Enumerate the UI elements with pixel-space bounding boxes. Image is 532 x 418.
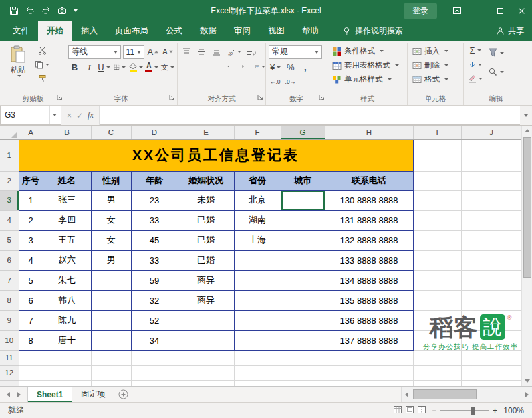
cell-D9[interactable]: 52: [131, 310, 178, 330]
increase-indent-icon[interactable]: [239, 60, 252, 73]
cell-F11[interactable]: [234, 350, 281, 365]
number-format-combo[interactable]: 常规: [269, 45, 322, 59]
copy-icon[interactable]: [33, 58, 51, 71]
cell-A10[interactable]: 8: [19, 330, 43, 350]
cell-A11[interactable]: [19, 350, 43, 365]
ribbon-tab-4[interactable]: 公式: [157, 21, 191, 41]
col-header-C[interactable]: C: [91, 126, 131, 139]
cell-D12[interactable]: [131, 365, 178, 380]
cell-styles-button[interactable]: 单元格样式: [330, 72, 404, 86]
cell-F10[interactable]: [234, 330, 281, 350]
cell-J12[interactable]: [461, 365, 521, 380]
cell-D7[interactable]: 59: [131, 270, 178, 290]
row-header-3[interactable]: 3: [0, 190, 19, 210]
percent-style-icon[interactable]: %: [284, 61, 297, 74]
cell-C9[interactable]: [91, 310, 131, 330]
cell-D3[interactable]: 23: [131, 190, 178, 210]
page-layout-view-icon[interactable]: [406, 406, 414, 415]
cell-C6[interactable]: 男: [91, 250, 131, 270]
row-header-12[interactable]: 12: [0, 365, 19, 380]
cell-J13[interactable]: [461, 380, 521, 386]
cell-B11[interactable]: [43, 350, 91, 365]
phonetic-guide-icon[interactable]: 文: [161, 61, 174, 74]
cell-B10[interactable]: 唐十: [43, 330, 91, 350]
cell-D8[interactable]: 32: [131, 290, 178, 310]
ribbon-tab-8[interactable]: 帮助: [293, 21, 327, 41]
cell-E6[interactable]: 已婚: [178, 250, 234, 270]
cell-I7[interactable]: [413, 270, 461, 290]
cell-G7[interactable]: [281, 270, 325, 290]
cell-G5[interactable]: [281, 230, 325, 250]
row-header-8[interactable]: 8: [0, 290, 19, 310]
cell-A6[interactable]: 4: [19, 250, 43, 270]
cell-A3[interactable]: 1: [19, 190, 43, 210]
number-dialog-launcher-icon[interactable]: [319, 93, 325, 102]
cell-C7[interactable]: [91, 270, 131, 290]
cell-C4[interactable]: 女: [91, 210, 131, 230]
col-header-B[interactable]: B: [43, 126, 91, 139]
cell-J7[interactable]: [461, 270, 521, 290]
col-header-A[interactable]: A: [19, 126, 43, 139]
login-button[interactable]: 登录: [404, 3, 437, 19]
cell-F6[interactable]: [234, 250, 281, 270]
cell-B4[interactable]: 李四: [43, 210, 91, 230]
cell-E5[interactable]: 已婚: [178, 230, 234, 250]
ribbon-tab-3[interactable]: 页面布局: [106, 21, 157, 41]
cell-J6[interactable]: [461, 250, 521, 270]
ribbon-tab-6[interactable]: 审阅: [225, 21, 259, 41]
cell-B12[interactable]: [43, 365, 91, 380]
accounting-format-icon[interactable]: ¥: [269, 61, 282, 74]
cell-J3[interactable]: [461, 190, 521, 210]
qat-customize-icon[interactable]: [71, 3, 80, 19]
row-header-10[interactable]: 10: [0, 330, 19, 350]
new-sheet-button[interactable]: [114, 387, 132, 402]
cell-I3[interactable]: [413, 190, 461, 210]
fill-icon[interactable]: [467, 58, 484, 71]
zoom-slider-thumb[interactable]: [471, 407, 475, 415]
col-header-D[interactable]: D: [131, 126, 178, 139]
cell-E7[interactable]: 离异: [178, 270, 234, 290]
font-size-combo[interactable]: 11: [123, 45, 145, 59]
decrease-decimal-icon[interactable]: .0→: [284, 76, 297, 88]
cell-F9[interactable]: [234, 310, 281, 330]
ribbon-tab-0[interactable]: 文件: [4, 21, 38, 41]
cell-A5[interactable]: 3: [19, 230, 43, 250]
row-header-11[interactable]: 11: [0, 350, 19, 365]
cell-G8[interactable]: [281, 290, 325, 310]
format-cells-button[interactable]: 格式: [410, 72, 460, 86]
cell-A13[interactable]: [19, 380, 43, 386]
cell-H4[interactable]: 131 8888 8888: [325, 210, 413, 230]
cell-C13[interactable]: [91, 380, 131, 386]
scroll-up-icon[interactable]: [522, 126, 532, 136]
bold-icon[interactable]: B: [68, 61, 81, 74]
cell-C11[interactable]: [91, 350, 131, 365]
cell-A4[interactable]: 2: [19, 210, 43, 230]
insert-cells-button[interactable]: 插入: [410, 44, 460, 58]
sort-filter-icon[interactable]: [487, 44, 505, 62]
cell-E4[interactable]: 已婚: [178, 210, 234, 230]
clear-icon[interactable]: [467, 72, 484, 85]
cell-title[interactable]: XX公司员工信息登记表: [19, 139, 413, 171]
cell-B2[interactable]: 姓名: [43, 171, 91, 190]
cell-H8[interactable]: 135 8888 8888: [325, 290, 413, 310]
wrap-text-icon[interactable]: [245, 45, 257, 58]
col-header-E[interactable]: E: [178, 126, 234, 139]
cell-D5[interactable]: 45: [131, 230, 178, 250]
cell-A12[interactable]: [19, 365, 43, 380]
find-select-icon[interactable]: [487, 63, 505, 80]
merge-center-icon[interactable]: [254, 60, 267, 73]
cell-D2[interactable]: 年龄: [131, 171, 178, 190]
row-header-4[interactable]: 4: [0, 210, 19, 230]
paste-button[interactable]: 粘贴: [4, 44, 32, 85]
scroll-down-icon[interactable]: [522, 376, 532, 386]
row-header-6[interactable]: 6: [0, 250, 19, 270]
row-header-1[interactable]: 1: [0, 139, 19, 171]
cell-D10[interactable]: 34: [131, 330, 178, 350]
save-icon[interactable]: [7, 3, 21, 19]
cell-I1[interactable]: [413, 139, 461, 171]
cut-icon[interactable]: [33, 44, 51, 57]
close-button[interactable]: [511, 0, 532, 21]
cell-B3[interactable]: 张三: [43, 190, 91, 210]
conditional-formatting-button[interactable]: 条件格式: [330, 44, 404, 58]
cell-H7[interactable]: 134 8888 8888: [325, 270, 413, 290]
